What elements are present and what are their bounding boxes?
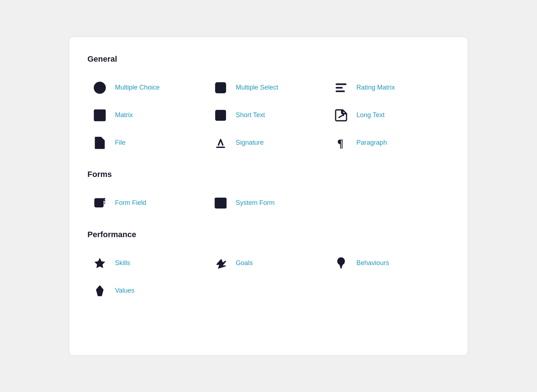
matrix-icon xyxy=(92,107,108,123)
long-text-label: Long Text xyxy=(356,111,385,119)
rating-matrix-icon xyxy=(333,80,349,96)
item-matrix[interactable]: Matrix xyxy=(87,102,208,129)
item-signature[interactable]: Signature xyxy=(208,129,329,157)
behaviours-icon xyxy=(333,255,349,271)
svg-rect-15 xyxy=(95,199,103,207)
section-title-performance: Performance xyxy=(87,230,450,239)
item-short-text[interactable]: Short Text xyxy=(208,102,329,129)
item-skills[interactable]: Skills xyxy=(87,249,208,277)
file-icon xyxy=(92,135,108,151)
paragraph-icon: ¶ xyxy=(333,135,349,151)
long-text-icon xyxy=(333,107,349,123)
item-behaviours[interactable]: Behaviours xyxy=(329,249,450,277)
item-multiple-choice[interactable]: Multiple Choice xyxy=(87,74,208,102)
section-title-general: General xyxy=(87,54,450,64)
item-form-field[interactable]: Form Field xyxy=(87,189,208,217)
file-label: File xyxy=(115,139,126,147)
svg-rect-4 xyxy=(336,87,343,88)
svg-line-12 xyxy=(339,115,342,117)
form-field-icon xyxy=(92,195,108,211)
form-field-label: Form Field xyxy=(115,199,146,207)
skills-label: Skills xyxy=(115,259,130,267)
item-paragraph[interactable]: ¶ Paragraph xyxy=(329,129,450,157)
section-grid-general: Multiple Choice Multiple Select Rating M… xyxy=(87,74,450,157)
svg-rect-27 xyxy=(340,267,342,268)
values-icon xyxy=(92,283,108,299)
system-form-label: System Form xyxy=(236,199,275,207)
svg-rect-3 xyxy=(336,83,347,85)
svg-point-13 xyxy=(343,114,344,116)
section-title-forms: Forms xyxy=(87,170,450,179)
signature-icon xyxy=(213,135,229,151)
goals-icon xyxy=(213,255,229,271)
svg-rect-26 xyxy=(340,266,342,267)
matrix-label: Matrix xyxy=(115,111,133,119)
item-system-form[interactable]: System Form xyxy=(208,189,329,217)
values-label: Values xyxy=(115,287,135,294)
item-goals[interactable]: Goals xyxy=(208,249,329,277)
svg-text:¶: ¶ xyxy=(337,137,344,149)
item-multiple-select[interactable]: Multiple Select xyxy=(208,74,329,102)
svg-marker-25 xyxy=(94,258,105,268)
svg-rect-5 xyxy=(336,90,345,92)
item-values[interactable]: Values xyxy=(87,277,208,305)
multiple-choice-icon xyxy=(92,80,108,96)
goals-label: Goals xyxy=(236,259,253,267)
multiple-choice-label: Multiple Choice xyxy=(115,84,160,91)
short-text-label: Short Text xyxy=(236,111,265,119)
paragraph-label: Paragraph xyxy=(356,139,387,147)
system-form-icon xyxy=(213,195,229,211)
multiple-select-label: Multiple Select xyxy=(236,84,278,91)
skills-icon xyxy=(92,255,108,271)
short-text-icon xyxy=(213,107,229,123)
item-rating-matrix[interactable]: Rating Matrix xyxy=(329,74,450,102)
svg-rect-6 xyxy=(94,110,105,121)
behaviours-label: Behaviours xyxy=(356,259,389,267)
signature-label: Signature xyxy=(236,139,264,147)
main-card: General Multiple Choice Multiple Select … xyxy=(69,37,468,356)
item-long-text[interactable]: Long Text xyxy=(329,102,450,129)
section-grid-forms: Form Field System Form xyxy=(87,189,450,217)
rating-matrix-label: Rating Matrix xyxy=(356,84,395,91)
section-grid-performance: Skills Goals Behaviours Values xyxy=(87,249,450,305)
item-file[interactable]: File xyxy=(87,129,208,157)
multiple-select-icon xyxy=(213,80,229,96)
